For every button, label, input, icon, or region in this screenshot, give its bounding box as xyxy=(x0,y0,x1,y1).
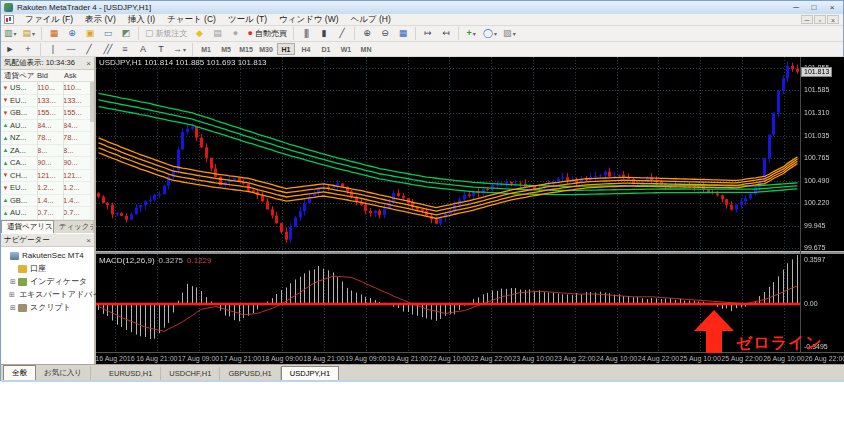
timeframe-button-h4[interactable]: H4 xyxy=(297,43,315,55)
market-watch-row[interactable]: ▲NZ...78...78... xyxy=(1,132,94,145)
timeframe-button-m30[interactable]: M30 xyxy=(257,43,275,55)
data-window-button[interactable]: ⊕ xyxy=(64,27,80,41)
line-chart-type-button[interactable]: ╱ xyxy=(334,27,350,41)
tree-expander-icon[interactable]: ⊞ xyxy=(9,278,17,286)
navigator-item[interactable]: ⊞インディケータ xyxy=(1,275,94,288)
templates-button[interactable]: ▧▾ xyxy=(501,27,518,41)
strategy-tester-button[interactable]: ◩ xyxy=(118,27,134,41)
navigator-root-label: RakutenSec MT4 xyxy=(22,251,84,260)
market-watch-row[interactable]: ▼US...110...110... xyxy=(1,82,94,95)
mdi-restore-icon[interactable]: ▫ xyxy=(814,15,826,24)
market-watch-row[interactable]: ▲CA...90...90... xyxy=(1,157,94,170)
tree-expander-icon[interactable]: ⊞ xyxy=(9,291,15,299)
market-watch-row[interactable]: ▼CH...121...121... xyxy=(1,170,94,183)
title-bar: Rakuten MetaTrader 4 - [USDJPY,H1] ─ □ × xyxy=(1,1,843,14)
cursor-tool-button[interactable]: ► xyxy=(2,42,18,56)
menu-item[interactable]: ツール (T) xyxy=(222,14,273,24)
chart-tab-usdjpy[interactable]: USDJPY,H1 xyxy=(281,366,339,380)
market-watch-row[interactable]: ▲AU...84...84... xyxy=(1,120,94,133)
tab-symbol-list[interactable]: 通貨ペアリスト xyxy=(1,220,54,233)
market-watch-row[interactable]: ▲ZA...8...8... xyxy=(1,145,94,158)
menu-item[interactable]: ヘルプ (H) xyxy=(345,14,397,24)
terminal-button[interactable]: ▭ xyxy=(100,27,116,41)
market-watch-button[interactable]: ▦ xyxy=(46,27,62,41)
chart-tab-usdchf[interactable]: USDCHF,H1 xyxy=(161,367,220,380)
zoom-out-button[interactable]: ⊖ xyxy=(377,27,393,41)
navigator-root-item[interactable]: RakutenSec MT4 xyxy=(1,249,94,262)
close-icon[interactable]: × xyxy=(824,3,840,13)
timeframe-button-w1[interactable]: W1 xyxy=(337,43,355,55)
navigator-item[interactable]: ⊞スクリプト xyxy=(1,301,94,314)
tree-expander-icon[interactable]: ⊞ xyxy=(9,304,17,312)
bid-cell: 121... xyxy=(37,171,63,180)
time-tick-label: 18 Aug 21:00 xyxy=(303,355,344,362)
tile-windows-button[interactable]: ▦ xyxy=(395,27,411,41)
bar-chart-type-button[interactable]: ||| xyxy=(298,27,314,41)
menu-item[interactable]: ウィンドウ (W) xyxy=(273,14,345,24)
mdi-close-icon[interactable]: × xyxy=(827,15,839,24)
navigator-item[interactable]: 口座 xyxy=(1,262,94,275)
zoom-in-button[interactable]: ⊕ xyxy=(359,27,375,41)
menu-item[interactable]: 表示 (V) xyxy=(79,14,122,24)
bid-cell: 155... xyxy=(37,108,63,117)
ask-cell: 90... xyxy=(63,158,89,167)
text-label-tool-button[interactable]: T xyxy=(153,42,169,56)
market-watch-row[interactable]: ▲GB...1.4...1.4... xyxy=(1,195,94,208)
shapes-tool-button[interactable]: →▾ xyxy=(171,42,188,56)
market-watch-row[interactable]: ▼GB...155...155... xyxy=(1,107,94,120)
symbol-cell: EU... xyxy=(10,183,37,192)
print-button[interactable]: ▤ xyxy=(210,27,226,41)
minimize-icon[interactable]: ─ xyxy=(788,3,804,13)
column-bid: Bid xyxy=(37,71,64,80)
market-watch-row[interactable]: ▲AU...0.7...0.7... xyxy=(1,207,94,220)
menu-item[interactable]: チャート (C) xyxy=(161,14,222,24)
periods-button[interactable]: ◯▾ xyxy=(481,27,499,41)
timeframe-button-d1[interactable]: D1 xyxy=(317,43,335,55)
timeframe-button-m15[interactable]: M15 xyxy=(237,43,255,55)
chart-tab-eurusd[interactable]: EURUSD,H1 xyxy=(101,367,161,380)
new-chart-button[interactable]: ▥▾ xyxy=(2,27,19,41)
market-watch-row[interactable]: ▼EU...133...133... xyxy=(1,95,94,108)
time-tick-label: 22 Aug 22:00 xyxy=(471,355,512,362)
time-tick-label: 22 Aug 10:00 xyxy=(429,355,470,362)
new-order-button[interactable]: ▢新規注文 xyxy=(143,27,190,41)
chart-tab-gbpusd[interactable]: GBPUSD,H1 xyxy=(220,367,280,380)
navigator-item[interactable]: ⊞エキスパートアドバイザ xyxy=(1,288,94,301)
trendline-tool-button[interactable]: ╱ xyxy=(81,42,97,56)
navigator-item-label: スクリプト xyxy=(30,302,71,313)
candlestick-type-button[interactable]: ▮ xyxy=(316,27,332,41)
text-tool-button[interactable]: A xyxy=(135,42,151,56)
ask-cell: 8... xyxy=(63,146,89,155)
chart-shift-button[interactable]: ↤ xyxy=(438,27,454,41)
timeframe-button-m1[interactable]: M1 xyxy=(197,43,215,55)
fibonacci-tool-button[interactable]: ≡ xyxy=(117,42,133,56)
crosshair-tool-button[interactable]: + xyxy=(20,42,36,56)
timeframe-button-mn[interactable]: MN xyxy=(357,43,375,55)
timeframe-button-m5[interactable]: M5 xyxy=(217,43,235,55)
macd-indicator-canvas[interactable] xyxy=(96,254,801,352)
standard-toolbar: ▥▾ ▤▾ ▦ ⊕ ▣ ▭ ◩ ▢新規注文 ◆ ▤ ● ●自動売買 ||| ▮ … xyxy=(1,26,843,42)
menu-item[interactable]: ファイル (F) xyxy=(19,14,79,24)
tab-tick-chart[interactable]: ティックチ xyxy=(54,221,94,233)
navigator-button[interactable]: ▣ xyxy=(82,27,98,41)
metaeditor-button[interactable]: ◆ xyxy=(192,27,208,41)
market-watch-scrollbar[interactable] xyxy=(90,82,94,220)
channel-tool-button[interactable]: ╱╱ xyxy=(99,42,115,56)
maximize-icon[interactable]: □ xyxy=(806,3,822,13)
profiles-button[interactable]: ▤▾ xyxy=(21,27,38,41)
mdi-minimize-icon[interactable]: ─ xyxy=(801,15,813,24)
web-button[interactable]: ● xyxy=(228,27,244,41)
indicators-button[interactable]: +▾ xyxy=(463,27,479,41)
tab-common[interactable]: 全般 xyxy=(3,365,36,380)
horizontal-line-tool-button[interactable]: — xyxy=(63,42,79,56)
price-chart-canvas[interactable] xyxy=(96,57,801,251)
tab-favorites[interactable]: お気に入り xyxy=(36,366,91,380)
navigator-close-icon[interactable]: × xyxy=(86,236,91,245)
vertical-line-tool-button[interactable]: | xyxy=(45,42,61,56)
timeframe-button-h1[interactable]: H1 xyxy=(277,43,295,55)
autotrading-button[interactable]: ●自動売買 xyxy=(246,27,289,41)
market-watch-close-icon[interactable]: × xyxy=(86,59,91,68)
auto-scroll-button[interactable]: ↦ xyxy=(420,27,436,41)
menu-item[interactable]: 挿入 (I) xyxy=(122,14,161,24)
market-watch-row[interactable]: ▼EU...1.2...1.2... xyxy=(1,182,94,195)
